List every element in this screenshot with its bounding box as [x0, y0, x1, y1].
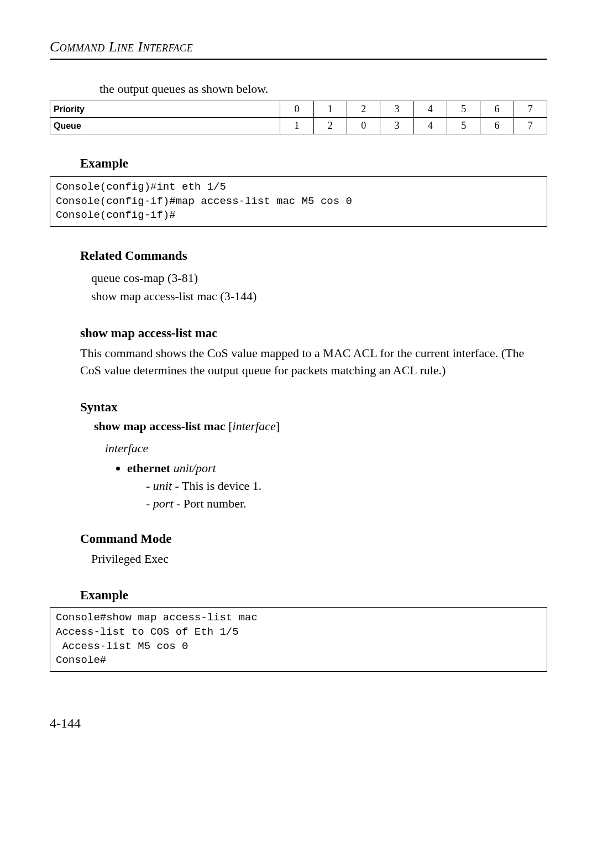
queue-cell: 7: [514, 118, 547, 134]
priority-row-label: Priority: [50, 101, 280, 118]
priority-cell: 4: [413, 101, 447, 118]
priority-cell: 5: [447, 101, 480, 118]
syntax-command: show map access-list mac: [94, 419, 226, 433]
priority-cell: 6: [480, 101, 514, 118]
dash-rest: - Port number.: [174, 496, 247, 510]
header-rule: [50, 59, 547, 60]
command-title: show map access-list mac: [80, 326, 547, 341]
command-mode-heading: Command Mode: [80, 532, 547, 546]
priority-cell: 7: [514, 101, 547, 118]
page-root: Command Line Interface the output queues…: [0, 0, 597, 753]
syntax-bracket-open: [: [228, 419, 232, 433]
intro-line: the output queues as shown below.: [100, 82, 547, 96]
table-row: Priority 0 1 2 3 4 5 6 7: [50, 101, 547, 118]
param-bullets: ethernet unit/port - unit - This is devi…: [127, 461, 547, 511]
syntax-line: show map access-list mac [interface]: [94, 419, 547, 433]
priority-cell: 0: [280, 101, 313, 118]
priority-cell: 1: [313, 101, 347, 118]
bullet-ital: unit/port: [174, 461, 216, 475]
queue-cell: 5: [447, 118, 480, 134]
priority-queue-table: Priority 0 1 2 3 4 5 6 7 Queue 1 2 0 3 4…: [50, 101, 547, 134]
queue-cell: 6: [480, 118, 514, 134]
param-interface: interface: [105, 441, 547, 456]
related-commands-heading: Related Commands: [80, 249, 547, 263]
queue-cell: 1: [280, 118, 313, 134]
example-heading-1: Example: [80, 156, 547, 171]
code-block-2: Console#show map access-list mac Access-…: [50, 607, 547, 672]
queue-cell: 4: [413, 118, 447, 134]
code-block-1: Console(config)#int eth 1/5 Console(conf…: [50, 176, 547, 227]
dash-ital: unit: [153, 479, 172, 493]
priority-cell: 3: [380, 101, 413, 118]
syntax-heading: Syntax: [80, 400, 547, 415]
related-item: show map access-list mac (3-144): [91, 287, 547, 305]
command-description: This command shows the CoS value mapped …: [80, 345, 536, 379]
related-item: queue cos-map (3-81): [91, 269, 547, 287]
queue-cell: 3: [380, 118, 413, 134]
page-number: 4-144: [50, 716, 547, 731]
list-item: ethernet unit/port - unit - This is devi…: [127, 461, 547, 511]
related-commands-list: queue cos-map (3-81) show map access-lis…: [91, 269, 547, 305]
queue-cell: 2: [313, 118, 347, 134]
dash-rest: - This is device 1.: [172, 479, 261, 493]
dash-item: - port - Port number.: [146, 496, 547, 511]
page-header: Command Line Interface: [50, 39, 547, 55]
example-heading-2: Example: [80, 588, 547, 603]
dash-ital: port: [153, 496, 174, 510]
syntax-bracket-close: ]: [276, 419, 280, 433]
table-row: Queue 1 2 0 3 4 5 6 7: [50, 118, 547, 134]
queue-cell: 0: [347, 118, 380, 134]
queue-row-label: Queue: [50, 118, 280, 134]
command-mode-value: Privileged Exec: [91, 551, 536, 568]
dash-item: - unit - This is device 1.: [146, 479, 547, 493]
syntax-param: interface: [233, 419, 276, 433]
bullet-bold: ethernet: [127, 461, 170, 475]
dash-list: - unit - This is device 1. - port - Port…: [146, 479, 547, 511]
priority-cell: 2: [347, 101, 380, 118]
